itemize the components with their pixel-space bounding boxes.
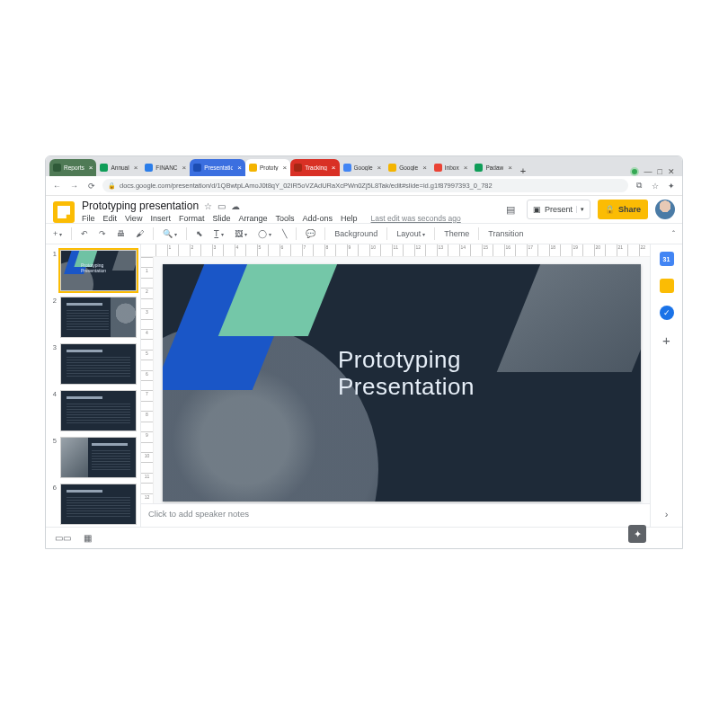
menu-help[interactable]: Help	[341, 214, 358, 223]
thumb-preview	[60, 297, 137, 338]
share-button[interactable]: 🔒 Share	[598, 200, 648, 219]
favicon	[100, 164, 108, 172]
thumbnail-panel[interactable]: 1PrototypingPresentation23456	[46, 244, 141, 527]
tab-close-button[interactable]: ×	[134, 164, 138, 172]
slide-thumbnail[interactable]: 5	[49, 437, 137, 478]
menu-edit[interactable]: Edit	[103, 214, 118, 223]
tab-close-button[interactable]: ×	[182, 164, 187, 172]
slide-title-text[interactable]: Prototyping Presentation	[338, 347, 475, 401]
main-area: 1PrototypingPresentation23456 1234567891…	[46, 244, 682, 527]
browser-tab[interactable]: FINANC×	[141, 159, 190, 176]
thumb-number: 3	[49, 343, 57, 385]
document-title[interactable]: Prototyping presentation	[82, 200, 199, 212]
transition-button[interactable]: Transition	[484, 227, 527, 240]
menu-arrange[interactable]: Arrange	[238, 214, 267, 223]
browser-tab[interactable]: Presentations×	[190, 159, 245, 176]
maximize-button[interactable]: □	[658, 167, 662, 176]
menu-bar: FileEditViewInsertFormatSlideArrangeTool…	[82, 214, 494, 223]
present-dropdown[interactable]: ▾	[576, 206, 584, 213]
lock-icon: 🔒	[108, 182, 116, 190]
shape-tool[interactable]: ◯▾	[254, 227, 275, 240]
menu-view[interactable]: View	[125, 214, 142, 223]
account-indicator[interactable]	[630, 167, 639, 176]
share-label: Share	[618, 205, 641, 214]
redo-button[interactable]: ↷	[95, 227, 110, 240]
back-button[interactable]: ←	[51, 182, 63, 191]
slide-thumbnail[interactable]: 3	[49, 343, 137, 385]
thumb-preview: PrototypingPresentation	[60, 250, 137, 291]
browser-tab[interactable]: Google×	[385, 159, 431, 176]
filmstrip-view-button[interactable]: ▭▭	[55, 533, 71, 543]
tab-close-button[interactable]: ×	[283, 164, 288, 172]
menu-insert[interactable]: Insert	[150, 214, 171, 223]
paint-format-button[interactable]: 🖌	[132, 227, 147, 240]
zoom-button[interactable]: 🔍▾	[159, 227, 181, 240]
grid-view-button[interactable]: ▦	[84, 533, 92, 543]
undo-button[interactable]: ↶	[77, 227, 92, 240]
tab-close-button[interactable]: ×	[89, 164, 93, 172]
slide-thumbnail[interactable]: 4	[49, 390, 137, 431]
browser-tab[interactable]: Tracking×	[290, 159, 339, 176]
speaker-notes[interactable]: Click to add speaker notes	[141, 503, 650, 527]
browser-tab[interactable]: Google×	[340, 159, 386, 176]
favicon	[145, 164, 153, 172]
comment-tool[interactable]: 💬	[302, 227, 319, 240]
close-window-button[interactable]: ✕	[668, 167, 675, 176]
browser-tab[interactable]: Prototy×	[245, 159, 290, 176]
last-edit-status[interactable]: Last edit was seconds ago	[371, 214, 461, 223]
explore-button[interactable]: ✦	[628, 525, 646, 543]
slide-thumbnail[interactable]: 2	[49, 297, 137, 338]
star-icon[interactable]: ☆	[650, 182, 661, 191]
star-doc-icon[interactable]: ☆	[204, 201, 212, 211]
collapse-toolbar-button[interactable]: ˆ	[669, 227, 679, 240]
forward-button[interactable]: →	[68, 182, 80, 191]
thumb-number: 1	[49, 250, 57, 291]
slide-canvas[interactable]: Prototyping Presentation	[163, 264, 641, 502]
new-tab-button[interactable]: +	[516, 165, 530, 176]
present-button[interactable]: ▣ Present ▾	[527, 200, 590, 219]
move-icon[interactable]: ▭	[218, 201, 226, 211]
url-box[interactable]: 🔒 docs.google.com/presentation/d/1QBwtpL…	[102, 179, 628, 192]
print-button[interactable]: 🖶	[113, 227, 129, 240]
menu-slide[interactable]: Slide	[212, 214, 230, 223]
layout-button[interactable]: Layout▾	[393, 227, 429, 240]
tab-close-button[interactable]: ×	[464, 164, 468, 172]
menu-format[interactable]: Format	[179, 214, 205, 223]
menu-file[interactable]: File	[82, 214, 95, 223]
open-external-icon[interactable]: ⧉	[634, 181, 644, 191]
reload-button[interactable]: ⟳	[85, 182, 97, 191]
background-button[interactable]: Background	[331, 227, 381, 240]
favicon	[343, 164, 351, 172]
tasks-addon-icon[interactable]	[660, 306, 674, 320]
slide-thumbnail[interactable]: 6	[49, 484, 137, 525]
account-avatar[interactable]	[655, 200, 675, 219]
select-tool[interactable]: ⬉	[192, 227, 207, 240]
tab-close-button[interactable]: ×	[422, 164, 427, 172]
keep-addon-icon[interactable]	[660, 279, 674, 293]
hide-sidepanel-button[interactable]: ›	[665, 509, 669, 519]
lock-share-icon: 🔒	[605, 205, 615, 214]
tab-close-button[interactable]: ×	[508, 164, 512, 172]
minimize-button[interactable]: —	[644, 167, 653, 176]
theme-button[interactable]: Theme	[440, 227, 473, 240]
new-slide-button[interactable]: +▾	[49, 227, 66, 240]
slide-thumbnail[interactable]: 1PrototypingPresentation	[49, 250, 137, 291]
browser-tab[interactable]: Annual×	[96, 159, 141, 176]
slide-stage[interactable]: Prototyping Presentation	[154, 257, 650, 503]
tab-close-button[interactable]: ×	[377, 164, 382, 172]
tab-close-button[interactable]: ×	[332, 164, 336, 172]
menu-tools[interactable]: Tools	[275, 214, 294, 223]
menu-add-ons[interactable]: Add-ons	[302, 214, 333, 223]
tab-close-button[interactable]: ×	[237, 164, 242, 172]
browser-tab[interactable]: Inbox×	[431, 159, 472, 176]
extensions-icon[interactable]: ✦	[666, 182, 677, 191]
browser-tab[interactable]: Padaw×	[471, 159, 516, 176]
calendar-addon-icon[interactable]	[660, 252, 674, 266]
line-tool[interactable]: ╲	[279, 227, 290, 240]
image-tool[interactable]: 🖼▾	[231, 227, 251, 240]
comments-button[interactable]: ▤	[502, 200, 519, 218]
textbox-tool[interactable]: T̲▾	[210, 227, 227, 240]
get-addons-button[interactable]: +	[662, 333, 670, 348]
slides-logo[interactable]	[53, 201, 75, 223]
browser-tab[interactable]: Reports×	[49, 159, 96, 176]
